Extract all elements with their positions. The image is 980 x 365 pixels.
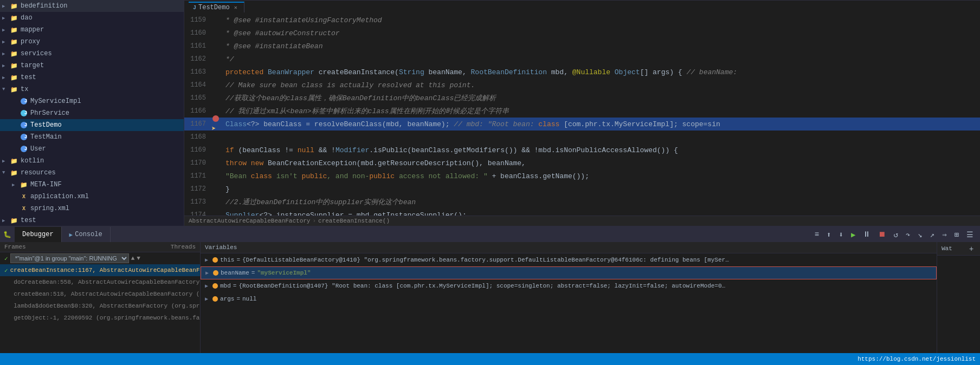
var-name-0: this (220, 257, 234, 263)
debug-btn-settings[interactable]: ≡ (813, 229, 821, 240)
var-item-0[interactable]: ▶this = {DefaultListableBeanFactory@1410… (201, 253, 937, 266)
breakpoint-1167 (212, 115, 219, 122)
sidebar-item-mapper[interactable]: ▶📁mapper (0, 24, 184, 36)
sidebar-arrow-bedefinition: ▶ (2, 3, 10, 9)
line-number-1163: 1163 (184, 68, 211, 76)
var-item-2[interactable]: ▶mbd = {RootBeanDefinition@1407} "Root b… (201, 279, 937, 292)
frame-item-2[interactable]: createBean:518, AbstractAutowireCapableB… (0, 288, 200, 300)
sidebar-icon-target: 📁 (10, 61, 18, 70)
frame-item-3[interactable]: lambda$doGetBean$0:320, AbstractBeanFact… (0, 300, 200, 312)
frame-item-0[interactable]: ✓createBeanInstance:1167, AbstractAutowi… (0, 264, 200, 276)
tab-debugger[interactable]: Debugger (15, 227, 62, 242)
line-content-1166: // 我们通过xml从<bean>标签中解析出来的class属性在刚刚开始的时候… (223, 106, 509, 116)
code-line-1165: 1165 //获取这个bean的class属性，确保BeanDefinition… (184, 92, 980, 105)
line-number-1159: 1159 (184, 16, 211, 24)
sidebar-item-TestDemo[interactable]: JTestDemo (0, 119, 184, 131)
debug-panel: 🐛 Debugger ▶ Console ≡ ⬆ ⬇ ▶ ⏸ ⏹ ↺ ↷ ↘ ↗ (0, 226, 980, 353)
debug-btn-run[interactable]: ⇒ (940, 229, 949, 240)
sidebar-item-kotlin[interactable]: ▶📁kotlin (0, 155, 184, 167)
var-item-1[interactable]: ▶beanName = "myServiceImpl" (201, 266, 937, 279)
sidebar-label-resources: resources (21, 169, 56, 177)
line-content-1172: } (223, 185, 230, 193)
var-icon-3 (212, 296, 218, 302)
sidebar-item-proxy[interactable]: ▶📁proxy (0, 36, 184, 48)
debug-btn-up[interactable]: ⬆ (824, 229, 833, 240)
sidebar-arrow-kotlin: ▶ (2, 158, 10, 164)
var-item-3[interactable]: ▶args = null (201, 292, 937, 305)
sidebar-item-services[interactable]: ▶📁services (0, 48, 184, 60)
sidebar-item-TestMain[interactable]: JTestMain (0, 131, 184, 143)
code-line-1163: 1163protected BeanWrapper createBeanInst… (184, 66, 980, 79)
line-number-1161: 1161 (184, 42, 211, 50)
code-line-1162: 1162 */ (184, 53, 980, 66)
breadcrumb-bar: AbstractAutowireCapableBeanFactory › cre… (184, 216, 980, 226)
sidebar-item-resources[interactable]: ▼📁resources (0, 167, 184, 179)
var-name-2: mbd (220, 283, 231, 289)
line-number-1172: 1172 (184, 185, 211, 193)
line-content-1174: Supplier<?> instanceSupplier = mbd.getIn… (223, 211, 467, 216)
frames-list: ✓createBeanInstance:1167, AbstractAutowi… (0, 264, 200, 324)
file-tabs-bar: J TestDemo ✕ (184, 0, 980, 14)
code-line-1167: 1167➤ Class<?> beanClass = resolveBeanCl… (184, 118, 980, 131)
sidebar-arrow-test: ▶ (2, 75, 10, 81)
line-content-1169: if (beanClass != null && !Modifier.isPub… (223, 146, 678, 154)
code-line-1172: 1172 } (184, 182, 980, 195)
sidebar-item-User[interactable]: JUser (0, 143, 184, 155)
debug-btn-stepover[interactable]: ↷ (904, 229, 912, 240)
debug-btn-restart[interactable]: ↺ (891, 229, 900, 240)
sidebar-arrow-tx: ▼ (2, 87, 10, 92)
code-line-1164: 1164 // Make sure bean class is actually… (184, 79, 980, 92)
sidebar-label-META-INF: META-INF (30, 181, 62, 188)
sidebar-item-dao[interactable]: ▶📁dao (0, 12, 184, 24)
code-line-1170: 1170 throw new BeanCreationException(mbd… (184, 157, 980, 170)
line-number-1171: 1171 (184, 172, 211, 180)
nav-down[interactable]: ▼ (137, 255, 140, 262)
debug-btn-grid[interactable]: ⊞ (952, 229, 961, 240)
sidebar-label-dao: dao (21, 14, 33, 22)
sidebar-arrow-mapper: ▶ (2, 27, 10, 33)
sidebar-item-test[interactable]: ▶📁test (0, 71, 184, 83)
sidebar-arrow-target: ▶ (2, 63, 10, 69)
debug-btn-down[interactable]: ⬇ (837, 229, 846, 240)
line-number-1165: 1165 (184, 94, 211, 102)
sidebar-item-META-INF[interactable]: ▶📁META-INF (0, 179, 184, 191)
variables-panel: Variables ▶this = {DefaultListableBeanFa… (201, 242, 937, 353)
sidebar-item-test2[interactable]: ▶📁test (0, 214, 184, 226)
sidebar-icon-test: 📁 (10, 73, 18, 82)
sidebar-label-test: test (21, 74, 36, 81)
debug-btn-stepin[interactable]: ↘ (915, 229, 924, 240)
sidebar-item-spring.xml[interactable]: Xspring.xml (0, 203, 184, 214)
file-tab-testdemo[interactable]: J TestDemo ✕ (189, 2, 244, 12)
debug-btn-stop[interactable]: ⏹ (876, 229, 888, 240)
line-number-1167: 1167 (184, 120, 211, 128)
debug-btn-resume[interactable]: ▶ (849, 229, 858, 240)
add-watch-button[interactable]: + (967, 244, 976, 253)
sidebar-label-TestMain: TestMain (30, 133, 62, 141)
debug-btn-stepout[interactable]: ↗ (928, 229, 937, 240)
sidebar-item-PhrService[interactable]: JPhrService (0, 107, 184, 119)
sidebar-item-bedefinition[interactable]: ▶📁bedefinition (0, 0, 184, 12)
frame-item-1[interactable]: doCreateBean:558, AbstractAutowireCapabl… (0, 276, 200, 288)
variables-list: ▶this = {DefaultListableBeanFactory@1410… (201, 253, 937, 305)
sidebar-icon-application.xml: X (20, 192, 28, 201)
sidebar-item-target[interactable]: ▶📁target (0, 60, 184, 71)
var-val-2: {RootBeanDefinition@1407} "Root bean: cl… (238, 283, 726, 289)
frame-item-4[interactable]: getObject:-1, 22069592 (org.springframew… (0, 312, 200, 324)
sidebar-item-MyServiceImpl[interactable]: JMyServiceImpl (0, 95, 184, 107)
line-content-1165: //获取这个bean的class属性，确保BeanDefinition中的bea… (223, 93, 496, 103)
file-tab-close[interactable]: ✕ (234, 4, 237, 11)
watch-panel: Wat + (937, 242, 980, 353)
sidebar-item-application.xml[interactable]: Xapplication.xml (0, 191, 184, 203)
sidebar-item-tx[interactable]: ▼📁tx (0, 83, 184, 95)
var-icon-2 (212, 283, 218, 289)
nav-up[interactable]: ▲ (131, 255, 135, 262)
tab-console[interactable]: ▶ Console (62, 227, 111, 242)
debug-btn-pause[interactable]: ⏸ (861, 229, 873, 240)
var-val-1: "myServiceImpl" (257, 270, 311, 276)
status-url: https://blog.csdn.net/jessionlist (858, 356, 976, 362)
threads-label: Threads (171, 244, 196, 250)
thread-dropdown[interactable]: *"main"@1 in group "main": RUNNING (10, 253, 129, 263)
debug-btn-menu[interactable]: ☰ (964, 229, 976, 240)
code-line-1173: 1173 //2.通过beanDefinition中的supplier实例化这个… (184, 195, 980, 208)
sidebar-label-services: services (21, 50, 52, 57)
